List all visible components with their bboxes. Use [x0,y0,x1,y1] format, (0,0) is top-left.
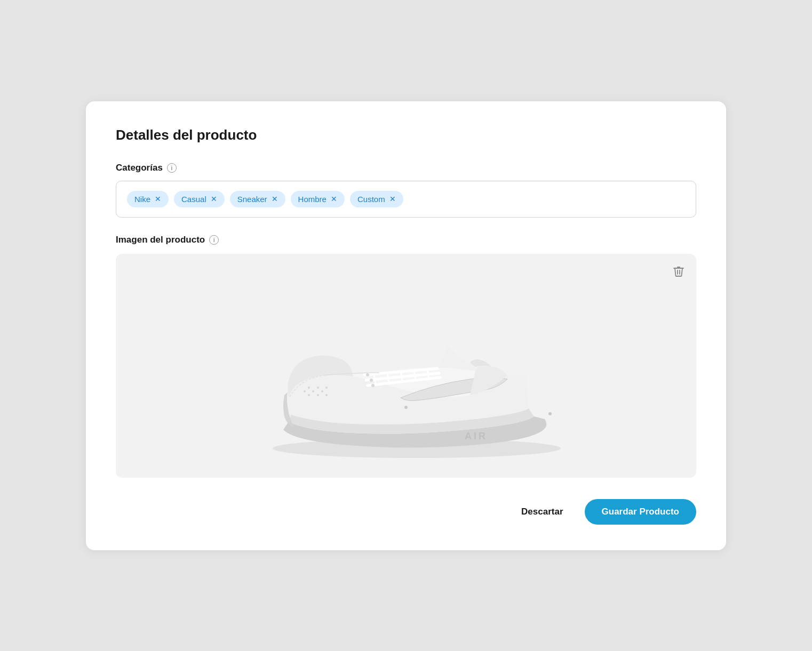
svg-point-22 [321,390,323,392]
svg-point-20 [308,387,310,389]
tag-custom: Custom ✕ [350,191,403,207]
tag-hombre-label: Hombre [298,195,327,204]
svg-point-11 [366,373,369,376]
svg-point-25 [325,387,328,389]
categories-section-label: Categorías i [116,163,696,173]
categories-box: Nike ✕ Casual ✕ Sneaker ✕ Hombre ✕ Custo… [116,181,696,218]
categories-info-icon: i [167,163,177,173]
categories-label-text: Categorías [116,163,163,173]
save-product-button[interactable]: Guardar Producto [585,499,696,525]
tag-casual-label: Casual [181,195,206,204]
tag-nike: Nike ✕ [127,191,169,207]
tag-nike-label: Nike [134,195,150,204]
tag-custom-label: Custom [357,195,385,204]
svg-point-12 [370,379,373,382]
product-image-container: AIR [116,254,696,478]
tag-hombre-remove[interactable]: ✕ [331,195,337,203]
svg-point-18 [308,394,310,396]
tag-sneaker: Sneaker ✕ [230,191,285,207]
tag-nike-remove[interactable]: ✕ [155,195,161,203]
svg-point-23 [317,387,319,389]
trash-icon [673,266,684,277]
shoe-svg: AIR [235,270,577,462]
tag-sneaker-label: Sneaker [237,195,267,204]
product-image: AIR [225,259,587,472]
svg-point-21 [317,394,319,396]
discard-button[interactable]: Descartar [513,501,571,523]
page-title: Detalles del producto [116,127,696,143]
image-info-icon: i [209,235,219,245]
svg-text:AIR: AIR [465,431,488,441]
image-section-label: Imagen del producto i [116,235,696,245]
image-label-text: Imagen del producto [116,235,205,245]
svg-point-17 [304,390,306,392]
tag-casual: Casual ✕ [174,191,225,207]
product-details-card: Detalles del producto Categorías i Nike … [86,101,726,550]
tag-sneaker-remove[interactable]: ✕ [272,195,278,203]
tag-hombre: Hombre ✕ [291,191,345,207]
svg-point-15 [404,406,408,409]
svg-point-24 [325,394,328,396]
tag-casual-remove[interactable]: ✕ [211,195,217,203]
svg-point-16 [548,412,552,415]
tag-custom-remove[interactable]: ✕ [389,195,396,203]
svg-point-13 [371,384,375,387]
svg-point-19 [312,390,314,392]
delete-image-button[interactable] [670,262,688,280]
footer-actions: Descartar Guardar Producto [116,499,696,525]
